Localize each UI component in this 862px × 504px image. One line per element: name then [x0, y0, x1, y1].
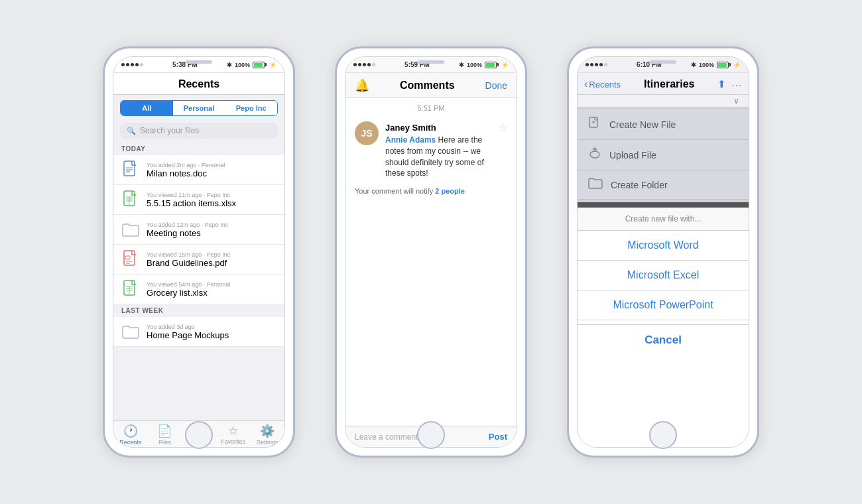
battery-percent-3: 100%	[699, 62, 714, 68]
cancel-button[interactable]: Cancel	[578, 324, 749, 355]
home-button[interactable]	[185, 421, 213, 449]
power-button-3[interactable]	[758, 141, 759, 174]
page-title-itineraries: Itineraries	[644, 78, 694, 90]
tab-files-label: Files	[158, 439, 171, 446]
volume-up-button-2[interactable]	[335, 128, 336, 148]
battery-percent-2: 100%	[467, 62, 482, 68]
file-item-milan[interactable]: You added 2m ago · Personal Milan notes.…	[113, 155, 284, 185]
mute-button[interactable]	[103, 105, 104, 118]
phone2-screen: 5:59 PM ✱ 100% ⚡ 🔔 Comments	[345, 56, 517, 448]
file-item-meeting[interactable]: You added 12m ago · Pepo Inc Meeting not…	[113, 215, 284, 245]
file-name-grocery: Grocery list.xlsx	[147, 288, 277, 298]
dot4	[135, 63, 139, 66]
comment-row: JS Janey Smith Annie Adams Here are the …	[345, 116, 517, 184]
file-name-mockups: Home Page Mockups	[147, 330, 277, 340]
tab-favorites[interactable]: ☆ Favorites	[216, 424, 251, 446]
section-lastweek: LAST WEEK	[113, 304, 284, 317]
mute-button-2[interactable]	[335, 105, 336, 118]
post-button[interactable]: Post	[489, 432, 507, 442]
file-list: TODAY You	[113, 143, 284, 420]
battery-icon-3	[717, 62, 731, 68]
back-chevron-icon: ‹	[584, 78, 587, 90]
volume-up-button-3[interactable]	[567, 128, 568, 148]
dark-divider	[578, 202, 749, 208]
speaker-3	[650, 60, 676, 64]
tab-recents[interactable]: 🕐 Recents	[113, 424, 148, 446]
comment-author: Janey Smith	[385, 123, 436, 133]
mute-button-3[interactable]	[567, 105, 568, 118]
file-item-mockups[interactable]: You added 3d ago Home Page Mockups	[113, 317, 284, 347]
create-folder-action[interactable]: Create Folder	[578, 170, 749, 200]
volume-up-button[interactable]	[103, 128, 104, 148]
page-title-comments: Comments	[400, 80, 455, 92]
speaker	[186, 60, 212, 64]
folder-actions: Create New File Upload File	[578, 107, 749, 202]
search-bar[interactable]: 🔍 Search your files	[120, 123, 278, 139]
home-button-3[interactable]	[649, 421, 677, 449]
segment-personal[interactable]: Personal	[173, 101, 225, 115]
file-meta-grocery: You viewed 54m ago · Personal	[147, 281, 277, 288]
word-button[interactable]: Microsoft Word	[578, 231, 749, 261]
section-today: TODAY	[113, 143, 284, 155]
phone3-screen: 6:10 PM ✱ 100% ⚡ ‹ Recen	[577, 56, 749, 448]
page-title-recents: Recents	[178, 78, 219, 90]
xlsx-file-icon-2	[121, 279, 140, 300]
phone-recents: 5:38 PM ✱ 100% ⚡ Recents	[103, 46, 295, 458]
settings-icon: ⚙️	[260, 424, 275, 438]
notify-link[interactable]: 2 people	[435, 187, 465, 195]
dot5	[140, 63, 143, 66]
svg-rect-10	[125, 256, 130, 259]
file-meta-action: You viewed 11m ago · Pepo Inc	[147, 192, 277, 198]
star-icon[interactable]: ☆	[498, 121, 507, 134]
status-bar-3: 6:10 PM ✱ 100% ⚡	[578, 57, 749, 73]
nav-bar-itineraries: ‹ Recents Itineraries ⬆ ···	[578, 73, 749, 95]
file-item-brand[interactable]: You viewed 15m ago · Pepo Inc Brand Guid…	[113, 245, 284, 275]
action-sheet-title: Create new file with...	[578, 208, 749, 231]
more-icon[interactable]: ···	[731, 79, 742, 90]
excel-button[interactable]: Microsoft Excel	[578, 261, 749, 290]
notify-pre: Your comment will notify	[355, 187, 435, 195]
comment-link-name[interactable]: Annie Adams	[385, 135, 436, 145]
segment-pepoinc[interactable]: Pepo Inc	[225, 101, 277, 115]
file-info-mockups: You added 3d ago Home Page Mockups	[147, 324, 277, 340]
upload-icon	[588, 147, 601, 163]
battery-icon-1	[253, 62, 267, 68]
volume-down-button[interactable]	[103, 155, 104, 184]
file-info-grocery: You viewed 54m ago · Personal Grocery li…	[147, 281, 277, 298]
file-info-action: You viewed 11m ago · Pepo Inc 5.5.15 act…	[147, 192, 277, 208]
home-button-2[interactable]	[417, 421, 445, 449]
segment-control[interactable]: All Personal Pepo Inc	[120, 100, 278, 116]
upload-file-action[interactable]: Upload File	[578, 140, 749, 170]
tab-settings[interactable]: ⚙️ Settings	[250, 424, 284, 446]
speaker-2	[418, 60, 444, 64]
bluetooth-icon-2: ✱	[459, 62, 464, 68]
segment-all[interactable]: All	[121, 101, 173, 115]
done-button[interactable]: Done	[485, 80, 507, 91]
xlsx-file-icon-1	[121, 189, 140, 210]
tab-files[interactable]: 📄 Files	[148, 424, 182, 446]
share-icon[interactable]: ⬆	[717, 78, 726, 90]
file-meta-brand: You viewed 15m ago · Pepo Inc	[147, 251, 277, 258]
back-button[interactable]: ‹ Recents	[584, 78, 621, 90]
dot2	[126, 63, 129, 66]
create-new-file-action[interactable]: Create New File	[578, 109, 749, 140]
signal-dots	[121, 63, 143, 66]
volume-down-button-3[interactable]	[567, 155, 568, 184]
charging-icon: ⚡	[269, 62, 277, 68]
power-button-2[interactable]	[526, 141, 527, 174]
file-item-action[interactable]: You viewed 11m ago · Pepo Inc 5.5.15 act…	[113, 185, 284, 215]
search-placeholder: Search your files	[140, 126, 199, 135]
volume-down-button-2[interactable]	[335, 155, 336, 184]
bluetooth-icon: ✱	[227, 62, 232, 68]
power-button[interactable]	[294, 141, 295, 174]
powerpoint-button[interactable]: Microsoft PowerPoint	[578, 290, 749, 320]
tab-favorites-label: Favorites	[221, 438, 245, 445]
pdf-file-icon	[121, 249, 140, 270]
bluetooth-icon-3: ✱	[691, 62, 696, 68]
battery-percent-1: 100%	[235, 62, 250, 68]
create-new-file-label: Create New File	[609, 119, 676, 130]
comment-timestamp: 5:51 PM	[345, 97, 517, 116]
file-info-meeting: You added 12m ago · Pepo Inc Meeting not…	[147, 221, 277, 238]
file-item-grocery[interactable]: You viewed 54m ago · Personal Grocery li…	[113, 275, 284, 304]
file-info-milan: You added 2m ago · Personal Milan notes.…	[147, 162, 277, 178]
